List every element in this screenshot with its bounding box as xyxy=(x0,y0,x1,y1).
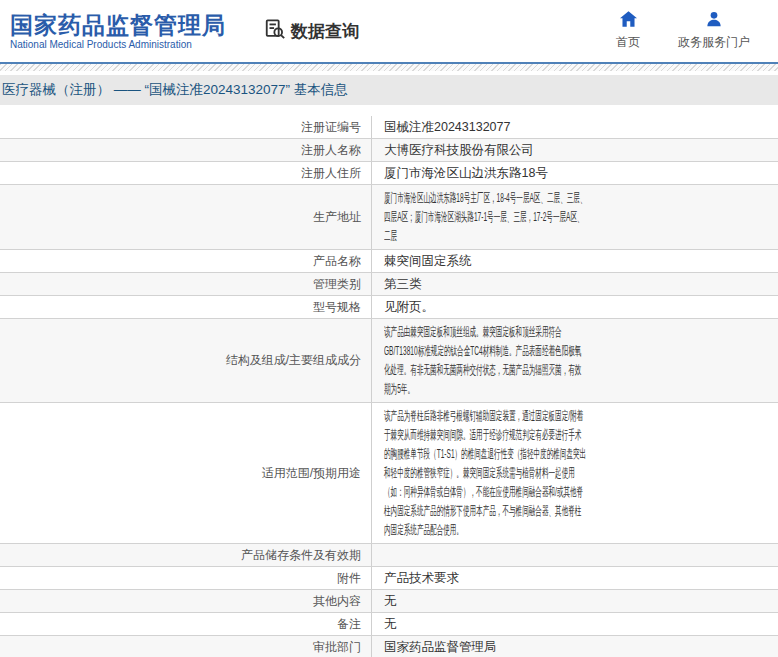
table-row: 注册证编号国械注准20243132077 xyxy=(0,116,778,139)
row-label: 管理类别 xyxy=(0,273,372,295)
nmpa-logo: 国家药品监督管理局 National Medical Products Admi… xyxy=(10,12,226,51)
row-value: 无 xyxy=(372,590,778,612)
breadcrumb-text: 医疗器械（注册） —— “国械注准20243132077” 基本信息 xyxy=(2,81,348,99)
breadcrumb: 医疗器械（注册） —— “国械注准20243132077” 基本信息 xyxy=(0,75,778,105)
row-label: 审批部门 xyxy=(0,636,372,657)
gap xyxy=(0,105,778,116)
row-label: 适用范围/预期用途 xyxy=(0,403,372,543)
row-label: 产品储存条件及有效期 xyxy=(0,544,372,566)
row-value: 无 xyxy=(372,613,778,635)
data-query-label: 数据查询 xyxy=(291,20,359,43)
row-label: 结构及组成/主要组成成分 xyxy=(0,319,372,402)
table-row: 管理类别第三类 xyxy=(0,273,778,296)
table-row: 适用范围/预期用途该产品为脊柱后路非椎弓根螺钉辅助固定装置，通过固定板固定/附着… xyxy=(0,403,778,544)
header-nav: 首页 政务服务门户 xyxy=(616,11,768,51)
row-value: 产品技术要求 xyxy=(372,567,778,589)
row-value: 第三类 xyxy=(372,273,778,295)
row-value: 见附页。 xyxy=(372,296,778,318)
site-header: 国家药品监督管理局 National Medical Products Admi… xyxy=(0,0,778,62)
table-row: 注册人名称大博医疗科技股份有限公司 xyxy=(0,139,778,162)
row-label: 注册证编号 xyxy=(0,116,372,138)
table-row: 产品名称棘突间固定系统 xyxy=(0,250,778,273)
row-value: 大博医疗科技股份有限公司 xyxy=(372,139,778,161)
data-query-section: 数据查询 xyxy=(264,18,359,44)
nav-portal[interactable]: 政务服务门户 xyxy=(678,11,750,51)
table-row: 产品储存条件及有效期 xyxy=(0,544,778,567)
table-row: 备注无 xyxy=(0,613,778,636)
logo-subtitle: National Medical Products Administration xyxy=(10,38,226,51)
row-value: 棘突间固定系统 xyxy=(372,250,778,272)
row-label: 生产地址 xyxy=(0,185,372,249)
info-table: 注册证编号国械注准20243132077注册人名称大博医疗科技股份有限公司注册人… xyxy=(0,116,778,657)
logo-title: 国家药品监督管理局 xyxy=(10,12,226,38)
table-row: 注册人住所厦门市海沧区山边洪东路18号 xyxy=(0,162,778,185)
nav-home-label: 首页 xyxy=(616,34,640,51)
row-value-text: 该产品为脊柱后路非椎弓根螺钉辅助固定装置，通过固定板固定/附着于棘突从而维持棘突… xyxy=(384,407,587,540)
table-row: 审批部门国家药品监督管理局 xyxy=(0,636,778,657)
row-value: 厦门市海沧区山边洪东路18号主厂区，18-4号一层A区、二层、三层、四层A区；厦… xyxy=(372,185,778,249)
table-row: 型号规格见附页。 xyxy=(0,296,778,319)
row-value xyxy=(372,544,778,566)
table-row: 结构及组成/主要组成成分该产品由棘突固定板和顶丝组成。棘突固定板和顶丝采用符合G… xyxy=(0,319,778,403)
row-value-text: 该产品由棘突固定板和顶丝组成。棘突固定板和顶丝采用符合GB/T13810标准规定… xyxy=(384,323,587,399)
row-label: 其他内容 xyxy=(0,590,372,612)
table-row: 生产地址厦门市海沧区山边洪东路18号主厂区，18-4号一层A区、二层、三层、四层… xyxy=(0,185,778,250)
nav-home[interactable]: 首页 xyxy=(616,11,640,51)
row-label: 产品名称 xyxy=(0,250,372,272)
row-label: 型号规格 xyxy=(0,296,372,318)
row-label: 注册人名称 xyxy=(0,139,372,161)
document-search-icon xyxy=(264,18,286,44)
row-value-text: 厦门市海沧区山边洪东路18号主厂区，18-4号一层A区、二层、三层、四层A区；厦… xyxy=(384,189,587,246)
row-value: 厦门市海沧区山边洪东路18号 xyxy=(372,162,778,184)
row-value: 国家药品监督管理局 xyxy=(372,636,778,657)
table-row: 其他内容无 xyxy=(0,590,778,613)
row-label: 附件 xyxy=(0,567,372,589)
table-row: 附件产品技术要求 xyxy=(0,567,778,590)
row-label: 注册人住所 xyxy=(0,162,372,184)
user-icon xyxy=(706,11,722,31)
row-value: 国械注准20243132077 xyxy=(372,116,778,138)
row-value: 该产品由棘突固定板和顶丝组成。棘突固定板和顶丝采用符合GB/T13810标准规定… xyxy=(372,319,778,402)
row-label: 备注 xyxy=(0,613,372,635)
home-icon xyxy=(620,11,637,31)
nav-portal-label: 政务服务门户 xyxy=(678,34,750,51)
hatch-band xyxy=(0,64,778,71)
page: 国家药品监督管理局 National Medical Products Admi… xyxy=(0,0,778,657)
row-value: 该产品为脊柱后路非椎弓根螺钉辅助固定装置，通过固定板固定/附着于棘突从而维持棘突… xyxy=(372,403,778,543)
